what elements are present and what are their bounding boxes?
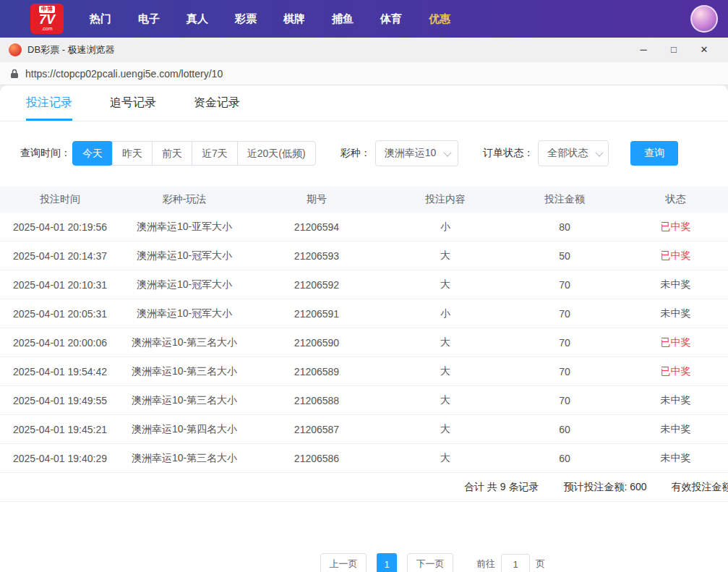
table-cell: 2025-04-01 20:05:31: [0, 308, 120, 320]
table-cell: 70: [506, 337, 623, 349]
table-row: 2025-04-01 20:19:56澳洲幸运10-亚军大小21206594小8…: [0, 213, 728, 242]
table-cell: 2025-04-01 20:00:06: [0, 337, 120, 349]
table-cell: 50: [506, 250, 623, 262]
table-row: 2025-04-01 19:45:21澳洲幸运10-第四名大小21206587大…: [0, 415, 728, 444]
url-text[interactable]: https://ctopcp02pcali.uengi5e.com/lotter…: [25, 68, 223, 80]
status-filter-label: 订单状态：: [483, 147, 534, 160]
table-cell: 澳洲幸运10-第三名大小: [120, 365, 249, 378]
lottery-filter-label: 彩种：: [341, 147, 371, 160]
table-cell: 澳洲幸运10-第三名大小: [120, 336, 249, 349]
table-row: 2025-04-01 20:00:06澳洲幸运10-第三名大小21206590大…: [0, 328, 728, 357]
column-header-4: 投注金额: [506, 193, 623, 206]
site-logo[interactable]: 申博 7V .com: [30, 4, 64, 34]
column-header-5: 状态: [623, 193, 728, 206]
summary-row: 合计 共 9 条记录 预计投注金额: 600 有效投注金额: [0, 473, 728, 502]
record-tabs: 投注记录追号记录资金记录: [0, 85, 728, 121]
table-cell: 澳洲幸运10-亚军大小: [120, 221, 249, 234]
logo-main-text: 7V: [39, 13, 55, 26]
window-title: DB彩票 - 极速浏览器: [27, 43, 115, 56]
user-avatar[interactable]: [690, 5, 718, 33]
maximize-button[interactable]: □: [659, 38, 689, 62]
table-cell: 80: [506, 221, 623, 233]
time-filter-label: 查询时间：: [20, 147, 71, 160]
table-cell: 澳洲幸运10-冠军大小: [120, 307, 249, 320]
table-cell: 70: [506, 366, 623, 377]
lottery-select[interactable]: 澳洲幸运10: [375, 140, 459, 166]
nav-item-6[interactable]: 体育: [380, 12, 402, 26]
table-cell: 21206594: [249, 221, 385, 233]
table-row: 2025-04-01 19:54:42澳洲幸运10-第三名大小21206589大…: [0, 357, 728, 386]
time-option-2[interactable]: 前天: [152, 141, 192, 166]
table-cell: 70: [506, 279, 623, 291]
minimize-button[interactable]: ─: [628, 38, 659, 62]
table-cell: 大: [385, 452, 506, 465]
table-cell: 21206589: [249, 366, 385, 377]
summary-valid-amount: 有效投注金额: [672, 481, 728, 494]
tab-2[interactable]: 资金记录: [194, 85, 240, 121]
goto-page-group: 前往 页: [476, 554, 545, 572]
prev-page-button[interactable]: 上一页: [320, 553, 367, 572]
table-cell: 2025-04-01 20:19:56: [0, 221, 120, 233]
table-cell: 21206587: [249, 424, 385, 435]
time-option-1[interactable]: 昨天: [112, 141, 153, 166]
table-cell: 澳洲幸运10-冠军大小: [120, 249, 249, 262]
table-cell: 大: [385, 394, 506, 407]
goto-page-input[interactable]: [501, 554, 530, 572]
nav-item-4[interactable]: 棋牌: [283, 12, 305, 26]
table-cell: 2025-04-01 20:14:37: [0, 250, 120, 262]
table-cell: 21206592: [249, 279, 385, 291]
status-select[interactable]: 全部状态: [538, 140, 609, 166]
browser-tab-icon: [9, 43, 22, 56]
table-cell: 大: [385, 249, 506, 262]
lottery-select-value: 澳洲幸运10: [385, 147, 437, 160]
browser-titlebar: DB彩票 - 极速浏览器 ─ □ ✕: [0, 38, 728, 62]
table-cell: 60: [506, 424, 623, 435]
search-button[interactable]: 查询: [630, 141, 678, 166]
nav-item-1[interactable]: 电子: [138, 12, 160, 26]
tab-0[interactable]: 投注记录: [26, 85, 72, 121]
nav-item-2[interactable]: 真人: [187, 12, 208, 26]
table-cell: 21206590: [249, 337, 385, 349]
table-cell: 澳洲幸运10-第四名大小: [120, 423, 249, 436]
table-cell: 大: [385, 336, 506, 349]
nav-item-0[interactable]: 热门: [90, 12, 111, 26]
status-cell: 未中奖: [623, 307, 728, 320]
content-card: 投注记录追号记录资金记录 查询时间： 今天昨天前天近7天近20天(低频) 彩种：…: [0, 85, 728, 572]
logo-suffix-text: .com: [41, 26, 52, 32]
window-controls: ─ □ ✕: [628, 38, 719, 62]
chevron-down-icon: [596, 148, 604, 156]
table-cell: 大: [385, 278, 506, 291]
pagination: 上一页 1 下一页 前往 页: [320, 553, 545, 572]
lock-icon: [10, 69, 19, 79]
status-cell: 未中奖: [623, 394, 728, 407]
filter-bar: 查询时间： 今天昨天前天近7天近20天(低频) 彩种： 澳洲幸运10 订单状态：…: [0, 140, 728, 166]
table-row: 2025-04-01 20:10:31澳洲幸运10-冠军大小21206592大7…: [0, 270, 728, 299]
status-cell: 已中奖: [623, 365, 728, 378]
tab-1[interactable]: 追号记录: [110, 85, 156, 121]
column-header-0: 投注时间: [0, 193, 120, 206]
nav-item-7[interactable]: 优惠: [429, 12, 450, 26]
current-page-button[interactable]: 1: [377, 553, 397, 572]
column-header-2: 期号: [249, 193, 385, 206]
time-option-4[interactable]: 近20天(低频): [237, 141, 316, 166]
table-cell: 21206588: [249, 395, 385, 406]
status-cell: 已中奖: [623, 221, 728, 234]
time-option-3[interactable]: 近7天: [192, 141, 238, 166]
table-row: 2025-04-01 19:49:55澳洲幸运10-第三名大小21206588大…: [0, 386, 728, 415]
next-page-button[interactable]: 下一页: [407, 553, 453, 572]
time-option-0[interactable]: 今天: [72, 141, 113, 166]
table-cell: 70: [506, 308, 623, 320]
status-cell: 未中奖: [623, 423, 728, 436]
table-cell: 澳洲幸运10-第三名大小: [120, 394, 249, 407]
chevron-down-icon: [444, 148, 452, 156]
nav-item-5[interactable]: 捕鱼: [332, 12, 354, 26]
table-row: 2025-04-01 19:40:29澳洲幸运10-第三名大小21206586大…: [0, 444, 728, 473]
table-cell: 2025-04-01 19:45:21: [0, 424, 120, 435]
nav-item-3[interactable]: 彩票: [235, 12, 257, 26]
table-cell: 小: [385, 221, 506, 234]
close-button[interactable]: ✕: [689, 38, 719, 62]
page-content: 投注记录追号记录资金记录 查询时间： 今天昨天前天近7天近20天(低频) 彩种：…: [0, 85, 728, 572]
time-filter-group: 今天昨天前天近7天近20天(低频): [72, 141, 316, 166]
main-nav: 热门电子真人彩票棋牌捕鱼体育优惠: [90, 12, 450, 26]
status-cell: 未中奖: [623, 278, 728, 291]
